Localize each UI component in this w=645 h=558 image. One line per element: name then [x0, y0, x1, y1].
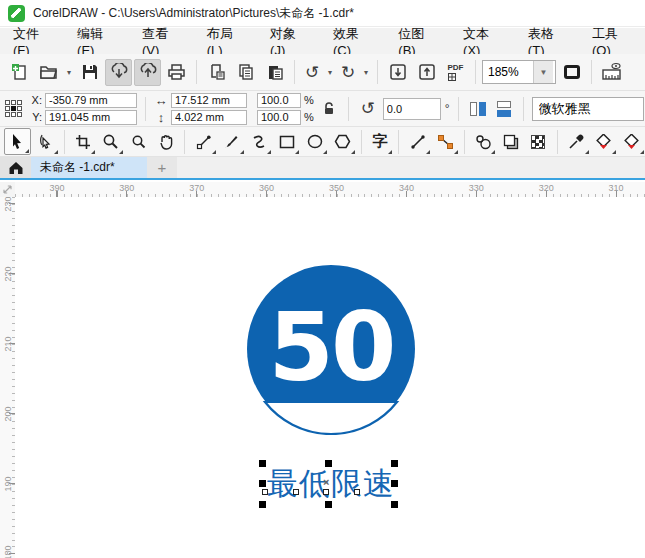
drop-shadow-icon[interactable] — [497, 128, 524, 155]
selection-handle-bottom-right[interactable] — [391, 501, 398, 508]
mirror-horizontal-icon[interactable] — [467, 95, 489, 122]
undo-icon[interactable]: ↺ — [301, 59, 323, 86]
zoom-level-input[interactable] — [483, 65, 533, 79]
save-icon[interactable] — [76, 59, 103, 86]
sign-white-band[interactable] — [265, 402, 397, 434]
selection-handle-bottom-center[interactable] — [325, 501, 332, 508]
rotation-angle-input[interactable] — [383, 98, 441, 120]
smart-fill-icon[interactable] — [618, 128, 645, 155]
polygon-tool-icon[interactable] — [329, 128, 356, 155]
selection-handle-top-right[interactable] — [391, 460, 398, 467]
ruler-label: 200 — [0, 406, 15, 421]
selection-handle-top-center[interactable] — [325, 460, 332, 467]
object-width-input[interactable] — [171, 93, 247, 108]
print-icon[interactable] — [163, 59, 190, 86]
cloud-upload-icon[interactable] — [134, 59, 161, 86]
menu-table[interactable]: 表格(T) — [515, 28, 579, 54]
crop-tool-icon[interactable] — [70, 128, 97, 155]
open-dropdown-icon[interactable]: ▾ — [64, 68, 74, 77]
scale-horizontal-percent: % — [304, 94, 314, 106]
copy-icon[interactable] — [232, 59, 259, 86]
menu-file[interactable]: 文件(F) — [0, 28, 64, 54]
undo-dropdown-icon[interactable]: ▾ — [325, 68, 335, 77]
scale-vertical-input[interactable] — [257, 110, 301, 125]
selection-center-marker[interactable]: × — [323, 476, 329, 488]
scale-horizontal-input[interactable] — [257, 93, 301, 108]
paste-icon[interactable] — [261, 59, 288, 86]
interactive-fill-icon[interactable] — [591, 128, 618, 155]
toolbox-separator — [557, 130, 558, 154]
drawing-canvas[interactable]: 50 最低限速 × — [15, 197, 645, 558]
magnifier-icon[interactable] — [125, 128, 152, 155]
vertical-ruler[interactable]: 230 220 210 200 190 180 — [0, 197, 15, 558]
toolbar-separator — [591, 60, 592, 84]
text-tool-icon[interactable]: 字 — [367, 128, 394, 155]
document-tab-active[interactable]: 未命名 -1.cdr* — [31, 157, 147, 178]
shape-tool-icon[interactable] — [32, 128, 59, 155]
redo-icon[interactable]: ↻ — [337, 59, 359, 86]
dimension-tool-icon[interactable] — [404, 128, 431, 155]
cut-icon[interactable] — [203, 59, 230, 86]
pattern-fill-icon[interactable] — [525, 128, 552, 155]
text-node-handle[interactable] — [354, 489, 360, 495]
menu-object[interactable]: 对象(J) — [257, 28, 320, 54]
selection-handle-middle-right[interactable] — [391, 480, 398, 487]
menu-effects[interactable]: 效果(C) — [320, 28, 385, 54]
bspline-tool-icon[interactable] — [246, 128, 273, 155]
ruler-label: 350 — [302, 182, 372, 193]
publish-pdf-icon[interactable]: PDF — [442, 59, 469, 86]
object-position-grid-icon[interactable] — [5, 100, 22, 117]
text-node-handle[interactable] — [323, 489, 329, 495]
new-tab-button[interactable]: + — [147, 157, 177, 178]
selected-text-object[interactable]: 最低限速 — [267, 463, 395, 505]
y-position-input[interactable] — [45, 110, 137, 125]
text-node-handle[interactable] — [293, 489, 299, 495]
menu-edit[interactable]: 编辑(E) — [64, 28, 129, 54]
rectangle-tool-icon[interactable] — [273, 128, 300, 155]
sign-number-text[interactable]: 50 — [269, 293, 394, 402]
ellipse-tool-icon[interactable] — [301, 128, 328, 155]
text-node-handle[interactable] — [262, 489, 268, 495]
menu-bitmaps[interactable]: 位图(B) — [385, 28, 450, 54]
x-position-input[interactable] — [45, 93, 137, 108]
font-name-input[interactable] — [532, 97, 644, 121]
zoom-level-dropdown-icon[interactable]: ▼ — [533, 61, 553, 83]
freehand-tool-icon[interactable] — [190, 128, 217, 155]
mirror-vertical-icon[interactable] — [493, 95, 515, 122]
pan-hand-icon[interactable] — [153, 128, 180, 155]
ruler-label: 330 — [441, 182, 511, 193]
show-rulers-icon[interactable] — [598, 59, 625, 86]
toolbox-separator — [64, 130, 65, 154]
eyedropper-icon[interactable] — [563, 128, 590, 155]
menu-view[interactable]: 查看(V) — [129, 28, 194, 54]
selection-handle-bottom-left[interactable] — [259, 501, 266, 508]
object-height-input[interactable] — [171, 110, 247, 125]
blend-tool-icon[interactable] — [470, 128, 497, 155]
menu-layout[interactable]: 布局(L) — [194, 28, 257, 54]
horizontal-ruler[interactable]: 390 380 370 360 350 340 330 320 310 — [15, 182, 645, 197]
lock-ratio-icon[interactable] — [318, 95, 340, 122]
property-bar-separator — [348, 97, 349, 121]
export-icon[interactable] — [413, 59, 440, 86]
selection-handle-top-left[interactable] — [259, 460, 266, 467]
speed-limit-sign[interactable]: 50 — [245, 263, 417, 435]
redo-dropdown-icon[interactable]: ▾ — [361, 68, 371, 77]
cloud-download-icon[interactable] — [105, 59, 132, 86]
property-bar-separator — [145, 97, 146, 121]
home-tab-icon[interactable] — [0, 157, 31, 178]
new-document-icon[interactable] — [6, 59, 33, 86]
pick-tool-icon[interactable] — [4, 128, 31, 155]
menu-tools[interactable]: 工具(O) — [579, 28, 645, 54]
x-position-label: X: — [28, 94, 42, 106]
artistic-media-icon[interactable] — [218, 128, 245, 155]
fullscreen-preview-icon[interactable] — [558, 59, 585, 86]
connector-tool-icon[interactable] — [432, 128, 459, 155]
selection-handle-middle-left[interactable] — [259, 480, 266, 487]
ruler-origin-corner[interactable] — [0, 182, 15, 197]
menu-text[interactable]: 文本(X) — [450, 28, 515, 54]
import-icon[interactable] — [384, 59, 411, 86]
ruler-label: 180 — [0, 546, 15, 558]
zoom-tool-icon[interactable] — [97, 128, 124, 155]
zoom-level-combobox[interactable]: ▼ — [482, 60, 556, 84]
open-icon[interactable] — [35, 59, 62, 86]
